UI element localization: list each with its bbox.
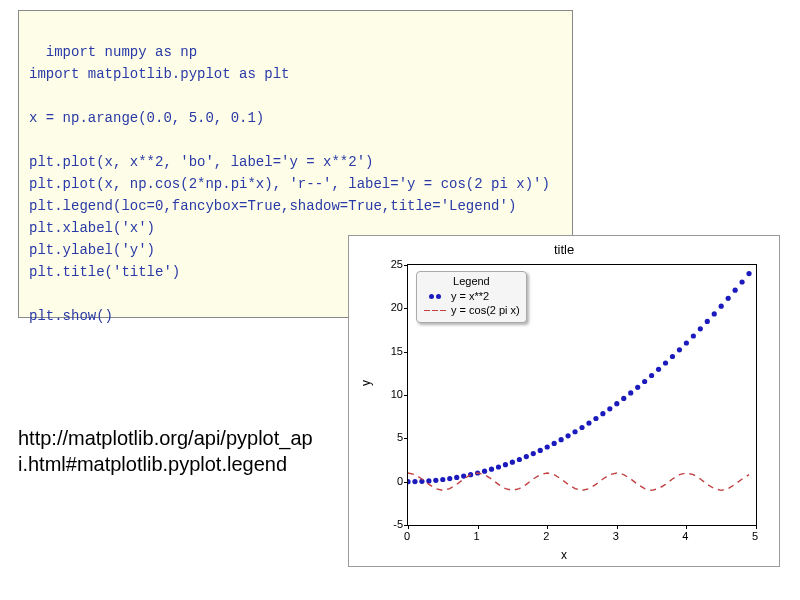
data-point: [684, 340, 689, 345]
legend-entry: y = x**2: [423, 289, 520, 303]
data-point: [719, 304, 724, 309]
ytick-mark: [404, 352, 408, 353]
xtick-label: 2: [543, 530, 549, 542]
data-point: [482, 469, 487, 474]
ytick-label: 0: [373, 475, 403, 487]
data-point: [739, 279, 744, 284]
legend-marker-dots-icon: [423, 290, 447, 302]
data-point: [454, 475, 459, 480]
data-point: [510, 460, 515, 465]
data-point: [712, 311, 717, 316]
chart-title: title: [349, 242, 779, 257]
data-point: [552, 441, 557, 446]
data-point: [559, 437, 564, 442]
data-point: [705, 319, 710, 324]
legend-title: Legend: [423, 275, 520, 287]
data-point: [517, 457, 522, 462]
ytick-label: -5: [373, 518, 403, 530]
chart-plot-area: Legend y = x**2 y = cos(2 pi x): [407, 264, 757, 526]
xtick-label: 4: [682, 530, 688, 542]
data-point: [607, 406, 612, 411]
ytick-mark: [404, 395, 408, 396]
data-point: [565, 433, 570, 438]
ytick-mark: [404, 438, 408, 439]
data-point: [412, 479, 417, 484]
data-point: [635, 385, 640, 390]
chart-legend: Legend y = x**2 y = cos(2 pi x): [416, 271, 527, 323]
xtick-label: 5: [752, 530, 758, 542]
doc-url: http://matplotlib.org/api/pyplot_ap i.ht…: [18, 425, 313, 477]
xtick-mark: [547, 525, 548, 529]
xtick-mark: [478, 525, 479, 529]
data-point: [433, 478, 438, 483]
data-point: [698, 326, 703, 331]
xtick-label: 3: [613, 530, 619, 542]
data-point: [538, 448, 543, 453]
data-point: [545, 444, 550, 449]
xtick-label: 1: [474, 530, 480, 542]
chart-xlabel: x: [349, 548, 779, 562]
data-point: [614, 401, 619, 406]
ytick-label: 20: [373, 301, 403, 313]
data-point: [656, 367, 661, 372]
data-point: [726, 296, 731, 301]
ytick-label: 5: [373, 431, 403, 443]
xtick-mark: [408, 525, 409, 529]
ytick-label: 15: [373, 345, 403, 357]
data-point: [426, 478, 431, 483]
data-point: [579, 425, 584, 430]
chart-figure: title y Legend y = x**2 y = cos(2 pi x) …: [348, 235, 780, 567]
data-point: [408, 479, 411, 484]
data-point: [447, 476, 452, 481]
data-point: [733, 288, 738, 293]
data-line: [408, 473, 749, 490]
data-point: [649, 373, 654, 378]
data-point: [746, 271, 751, 276]
chart-ylabel: y: [359, 380, 373, 386]
legend-marker-dash-icon: [423, 304, 447, 316]
xtick-mark: [686, 525, 687, 529]
ytick-mark: [404, 308, 408, 309]
xtick-mark: [756, 525, 757, 529]
data-point: [531, 451, 536, 456]
data-point: [593, 416, 598, 421]
data-point: [663, 360, 668, 365]
data-point: [677, 347, 682, 352]
legend-label: y = x**2: [451, 290, 489, 302]
data-point: [586, 420, 591, 425]
data-point: [642, 379, 647, 384]
data-point: [496, 464, 501, 469]
data-point: [461, 474, 466, 479]
data-point: [489, 467, 494, 472]
ytick-label: 25: [373, 258, 403, 270]
data-point: [621, 396, 626, 401]
xtick-mark: [617, 525, 618, 529]
ytick-label: 10: [373, 388, 403, 400]
ytick-mark: [404, 482, 408, 483]
legend-label: y = cos(2 pi x): [451, 304, 520, 316]
data-point: [628, 390, 633, 395]
xtick-label: 0: [404, 530, 410, 542]
data-point: [691, 333, 696, 338]
data-point: [524, 454, 529, 459]
data-point: [572, 429, 577, 434]
data-point: [600, 411, 605, 416]
ytick-mark: [404, 265, 408, 266]
data-point: [440, 477, 445, 482]
ytick-mark: [404, 525, 408, 526]
data-point: [503, 462, 508, 467]
data-point: [670, 354, 675, 359]
legend-entry: y = cos(2 pi x): [423, 303, 520, 317]
